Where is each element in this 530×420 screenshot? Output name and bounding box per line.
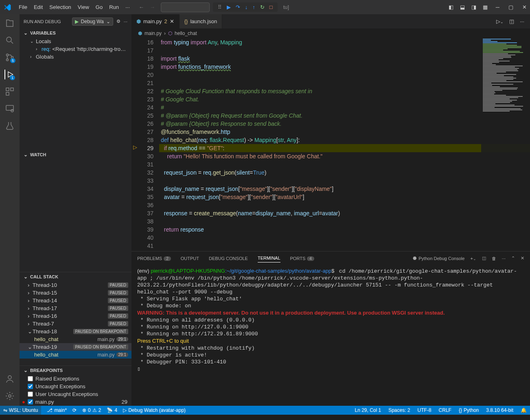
panel-tab-problems[interactable]: PROBLEMS2 [137,254,171,262]
panel-tab-debug console[interactable]: DEBUG CONSOLE [209,254,248,262]
language-status[interactable]: {}Python [459,407,479,413]
run-play-icon[interactable]: ▷⌄ [496,18,504,24]
minimize-icon[interactable]: ─ [496,4,499,10]
tab-more-icon[interactable]: ··· [520,18,524,24]
editor-tab[interactable]: ⬢main.py2✕ [131,14,180,28]
menu-file[interactable]: File [15,4,31,10]
trash-icon[interactable]: 🗑 [492,256,496,261]
nav-back-icon[interactable]: ← [139,4,144,10]
menu-more[interactable]: ··· [122,4,133,10]
thread-row[interactable]: ›Thread-16PAUSED [20,312,131,320]
breakpoint-row[interactable]: ●main.py29 [20,398,131,406]
panel-tab-ports[interactable]: PORTS4 [290,254,314,262]
variables-section[interactable]: ⌄VARIABLES [20,28,131,37]
globals-scope[interactable]: ›Globals [20,53,131,61]
drag-handle-icon[interactable]: ⠿ [218,4,222,10]
breadcrumb[interactable]: ⬢ main.py › ⬡ hello_chat [131,28,530,38]
close-tab-icon[interactable]: ✕ [170,18,174,24]
bp-checkbox[interactable] [28,399,33,405]
maximize-icon[interactable]: ▢ [508,4,513,10]
search-icon[interactable] [5,35,15,45]
debug-config-select[interactable]: ▶ Debug Wa ⌄ [72,18,113,26]
notifications-icon[interactable]: 🔔 [521,407,527,413]
indent-status[interactable]: Spaces: 2 [388,407,410,413]
thread-row[interactable]: ›Thread-7PAUSED [20,320,131,328]
stack-frame[interactable]: hello_chatmain.py29:1 [20,335,131,343]
panel-tab-terminal[interactable]: TERMINAL [258,254,280,262]
thread-row[interactable]: ›Thread-14PAUSED [20,297,131,304]
stack-frame[interactable]: hello_chatmain.py29:1 [20,351,131,359]
breakpoint-row[interactable]: Uncaught Exceptions [20,383,131,390]
remote-indicator[interactable]: ⇋ WSL: Ubuntu [0,406,41,415]
step-over-icon[interactable]: ↷ [236,4,240,10]
split-terminal-icon[interactable]: ◫ [482,256,486,261]
terminal[interactable]: (env) pierrick@LAPTOP-HKU5PNNG:~/git/goo… [131,265,530,406]
thread-row[interactable]: ›Thread-15PAUSED [20,289,131,297]
thread-row[interactable]: ⌄Thread-19PAUSED ON BREAKPOINT [20,343,131,351]
menu-view[interactable]: View [74,4,92,10]
continue-icon[interactable]: ▶ [227,4,231,10]
watch-section[interactable]: ⌄WATCH [20,150,131,159]
nav-fwd-icon[interactable]: → [150,4,155,10]
thread-row[interactable]: ›Thread-10PAUSED [20,281,131,289]
maximize-panel-icon[interactable]: ⌃ [511,256,515,261]
layout-left-icon[interactable]: ◧ [449,4,453,10]
debug-status[interactable]: ▷Debug Watch (avatar-app) [123,407,186,413]
eol-status[interactable]: CRLF [439,407,451,413]
restart-icon[interactable]: ↻ [260,4,265,10]
testing-icon[interactable] [5,121,15,131]
git-branch[interactable]: ⎇main* [47,407,67,413]
command-center[interactable] [161,2,210,12]
extensions-icon[interactable] [5,87,15,96]
play-icon: ▶ [75,19,79,24]
terminal-kind-select[interactable]: ⬣ Python Debug Console [413,256,464,261]
locals-scope[interactable]: ⌄Locals [20,37,131,45]
layout-right-icon[interactable]: ◨ [471,4,476,10]
step-out-icon[interactable]: ↑ [252,4,255,10]
step-into-icon[interactable]: ↓ [245,4,248,10]
new-terminal-icon[interactable]: +⌄ [470,256,476,261]
minimap[interactable] [481,38,530,251]
panel-tab-output[interactable]: OUTPUT [181,254,199,262]
bp-checkbox[interactable] [28,384,33,389]
cursor-position[interactable]: Ln 29, Col 1 [355,407,381,413]
split-editor-icon[interactable]: ◫ [509,18,514,24]
bp-checkbox[interactable] [28,392,33,397]
editor-tab[interactable]: {}launch.json [180,14,222,28]
settings-gear-icon[interactable] [5,391,15,401]
thread-row[interactable]: ⌄Thread-18PAUSED ON BREAKPOINT [20,328,131,335]
menu-run[interactable]: Run [106,4,122,10]
variable-row[interactable]: › req: <Request 'http://charming-tro… [20,45,131,53]
ports-status[interactable]: 📡4 [107,407,117,413]
menu-go[interactable]: Go [92,4,106,10]
remote-explorer-icon[interactable] [5,104,15,114]
layout-grid-icon[interactable]: ▦ [483,4,488,10]
bp-checkbox[interactable] [28,376,33,381]
breakpoints-section[interactable]: ⌄BREAKPOINTS [20,366,131,375]
file-icon: {} [184,18,188,24]
editor-tabs: ⬢main.py2✕{}launch.json ▷⌄ ◫ ··· [131,14,530,28]
run-debug-icon[interactable]: 1 [4,70,14,79]
panel-more-icon[interactable]: ··· [502,256,506,261]
thread-row[interactable]: ›Thread-17PAUSED [20,304,131,312]
code-editor[interactable]: ▷ 16171819202122232425262728293031323334… [131,38,530,251]
stop-icon[interactable]: □ [269,4,273,10]
interpreter-status[interactable]: 3.8.10 64-bit [486,407,513,413]
menu-edit[interactable]: Edit [31,4,46,10]
close-window-icon[interactable]: ✕ [522,4,527,10]
layout-bottom-icon[interactable]: ⬓ [460,4,465,10]
problems-status[interactable]: ⊗0 ⚠2 [82,407,101,413]
breakpoint-row[interactable]: Raised Exceptions [20,375,131,383]
close-panel-icon[interactable]: ✕ [521,256,524,261]
callstack-section[interactable]: ⌄CALL STACK [20,272,131,281]
menu-selection[interactable]: Selection [46,4,74,10]
accounts-icon[interactable] [5,374,15,384]
explorer-icon[interactable] [5,18,15,28]
git-sync[interactable]: ⟳ [72,407,77,413]
svg-point-9 [11,109,13,112]
source-control-icon[interactable]: 5 [5,52,15,62]
breakpoint-row[interactable]: User Uncaught Exceptions [20,390,131,398]
more-icon[interactable]: ··· [124,19,127,24]
encoding-status[interactable]: UTF-8 [418,407,431,413]
gear-icon[interactable]: ⚙ [116,19,120,24]
